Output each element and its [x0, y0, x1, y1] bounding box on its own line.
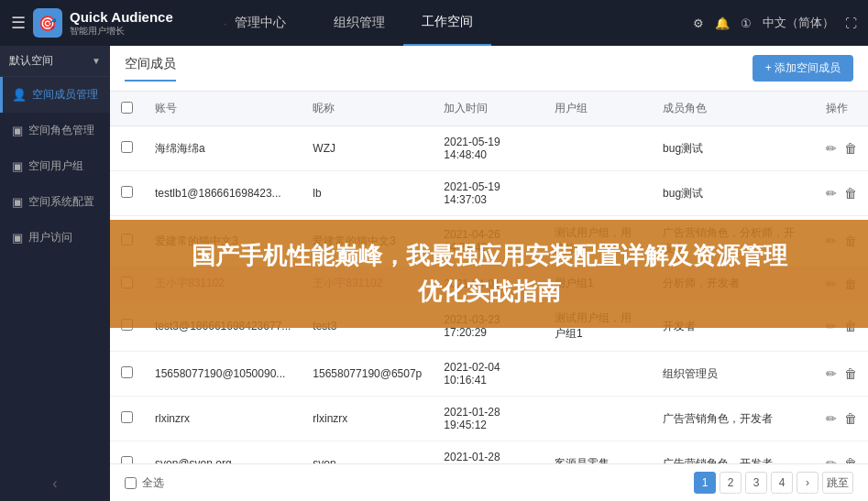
row-checkbox[interactable] — [121, 411, 133, 423]
sidebar-item-member-management[interactable]: 👤 空间成员管理 — [0, 77, 110, 113]
row-checkbox[interactable] — [121, 456, 133, 463]
table-row: 15658077190@1050090... 15658077190@6507p… — [110, 352, 868, 397]
delete-icon[interactable]: 🗑 — [844, 411, 857, 426]
table-row: 海绵海绵a WZJ 2021-05-19 14:48:40 bug测试 ✏ 🗑 — [110, 126, 868, 171]
sidebar-item-user-group[interactable]: ▣ 空间用户组 — [0, 148, 110, 184]
watermark: https://blog.csdn.net/yunqiinsight — [728, 487, 861, 497]
row-checkbox-cell — [110, 397, 144, 441]
edit-icon[interactable]: ✏ — [826, 456, 837, 463]
col-account: 账号 — [144, 92, 302, 126]
edit-icon[interactable]: ✏ — [826, 186, 837, 201]
nav-actions: ⚙ 🔔 ① 中文（简体） ⛶ — [693, 15, 857, 31]
language-selector[interactable]: 中文（简体） — [763, 15, 834, 31]
help-icon[interactable]: ① — [741, 16, 752, 30]
sidebar-item-label: 用户访问 — [28, 230, 72, 245]
delete-icon[interactable]: 🗑 — [844, 141, 857, 156]
row-checkbox-cell — [110, 441, 144, 464]
hamburger-icon[interactable]: ☰ — [11, 13, 26, 33]
collapse-button[interactable]: ‹ — [0, 466, 110, 501]
workspace-selector[interactable]: 默认空间 ▼ — [0, 46, 110, 77]
row-checkbox[interactable] — [121, 366, 133, 378]
edit-icon[interactable]: ✏ — [826, 141, 837, 156]
row-actions: ✏ 🗑 — [815, 352, 868, 397]
edit-icon[interactable]: ✏ — [826, 366, 837, 381]
sidebar-item-role-management[interactable]: ▣ 空间角色管理 — [0, 113, 110, 148]
member-icon: 👤 — [12, 88, 27, 102]
row-nickname: 15658077190@6507p — [302, 352, 433, 397]
add-member-button[interactable]: + 添加空间成员 — [753, 55, 853, 82]
fullscreen-icon[interactable]: ⛶ — [845, 16, 857, 30]
row-join-time: 2021-05-19 14:48:40 — [433, 126, 544, 171]
select-all-checkbox[interactable] — [125, 477, 137, 489]
delete-icon[interactable]: 🗑 — [844, 186, 857, 201]
table-row: testlb1@186661698423... lb 2021-05-19 14… — [110, 171, 868, 216]
row-nickname: rlxinzrx — [302, 397, 433, 441]
usergroup-icon: ▣ — [12, 159, 23, 173]
row-actions: ✏ 🗑 — [815, 126, 868, 171]
overlay-line1: 国产手机性能巅峰，我最强应用安装配置详解及资源管理 — [192, 242, 787, 269]
sidebar-item-system-config[interactable]: ▣ 空间系统配置 — [0, 184, 110, 220]
row-join-time: 2021-01-28 19:43:16 — [433, 441, 544, 464]
col-user-group: 用户组 — [544, 92, 652, 126]
row-checkbox[interactable] — [121, 141, 133, 153]
row-checkbox-cell — [110, 171, 144, 216]
select-all-label: 全选 — [142, 475, 164, 491]
table-row: svon@svon.org svon 2021-01-28 19:43:16 客… — [110, 441, 868, 464]
edit-icon[interactable]: ✏ — [826, 411, 837, 426]
delete-icon[interactable]: 🗑 — [844, 366, 857, 381]
sidebar: 默认空间 ▼ 👤 空间成员管理 ▣ 空间角色管理 ▣ 空间用户组 ▣ 空间系统配… — [0, 46, 110, 501]
header-checkbox-cell — [110, 92, 144, 126]
delete-icon[interactable]: 🗑 — [844, 456, 857, 463]
sidebar-item-label: 空间成员管理 — [32, 87, 98, 103]
row-checkbox[interactable] — [121, 186, 133, 198]
page-title: 空间成员 — [125, 56, 176, 82]
row-account: 海绵海绵a — [144, 126, 302, 171]
row-user-group — [544, 126, 652, 171]
row-join-time: 2021-01-28 19:45:12 — [433, 397, 544, 441]
row-user-group — [544, 397, 652, 441]
nav-item-workspace[interactable]: 工作空间 — [403, 0, 491, 46]
row-account: svon@svon.org — [144, 441, 302, 464]
nav-item-org[interactable]: 组织管理 — [315, 0, 403, 46]
table-row: rlxinzrx rlxinzrx 2021-01-28 19:45:12 广告… — [110, 397, 868, 441]
dropdown-arrow-icon: ▼ — [92, 56, 101, 66]
sidebar-item-label: 空间用户组 — [28, 158, 83, 174]
col-action: 操作 — [815, 92, 868, 126]
table-header-row: 账号 昵称 加入时间 用户组 成员角色 操作 — [110, 92, 868, 126]
config-icon: ▣ — [12, 195, 23, 209]
row-join-time: 2021-02-04 10:16:41 — [433, 352, 544, 397]
row-role: bug测试 — [652, 126, 815, 171]
bell-icon[interactable]: 🔔 — [715, 16, 730, 30]
col-role: 成员角色 — [652, 92, 815, 126]
row-user-group: 客源是零售 — [544, 441, 652, 464]
row-role: 广告营销角色，开发者 — [652, 397, 815, 441]
row-account: 15658077190@1050090... — [144, 352, 302, 397]
content-header: 空间成员 + 添加空间成员 — [110, 46, 868, 92]
sidebar-item-user-access[interactable]: ▣ 用户访问 — [0, 220, 110, 256]
settings-icon[interactable]: ⚙ — [693, 16, 704, 30]
row-user-group — [544, 352, 652, 397]
row-user-group — [544, 171, 652, 216]
access-icon: ▣ — [12, 231, 23, 245]
logo-icon: 🎯 — [33, 8, 62, 38]
app-title: Quick Audience — [70, 9, 173, 25]
row-join-time: 2021-05-19 14:37:03 — [433, 171, 544, 216]
row-nickname: svon — [302, 441, 433, 464]
row-actions: ✏ 🗑 — [815, 397, 868, 441]
management-label: 管理中心 — [235, 15, 286, 31]
col-join-time: 加入时间 — [433, 92, 544, 126]
page-btn-1[interactable]: 1 — [694, 472, 716, 494]
workspace-name: 默认空间 — [9, 53, 53, 69]
overlay-text: 国产手机性能巅峰，我最强应用安装配置详解及资源管理 优化实战指南 — [132, 238, 846, 310]
select-all-header-checkbox[interactable] — [121, 102, 133, 114]
row-nickname: WZJ — [302, 126, 433, 171]
overlay-line2: 优化实战指南 — [418, 278, 561, 305]
sidebar-item-label: 空间角色管理 — [28, 123, 94, 138]
row-account: testlb1@186661698423... — [144, 171, 302, 216]
main-layout: 默认空间 ▼ 👤 空间成员管理 ▣ 空间角色管理 ▣ 空间用户组 ▣ 空间系统配… — [0, 46, 868, 501]
nav-menu: 组织管理 工作空间 — [315, 0, 491, 46]
row-role: bug测试 — [652, 171, 815, 216]
select-all-area: 全选 — [125, 475, 164, 491]
row-account: rlxinzrx — [144, 397, 302, 441]
collapse-icon: ‹ — [52, 475, 57, 491]
